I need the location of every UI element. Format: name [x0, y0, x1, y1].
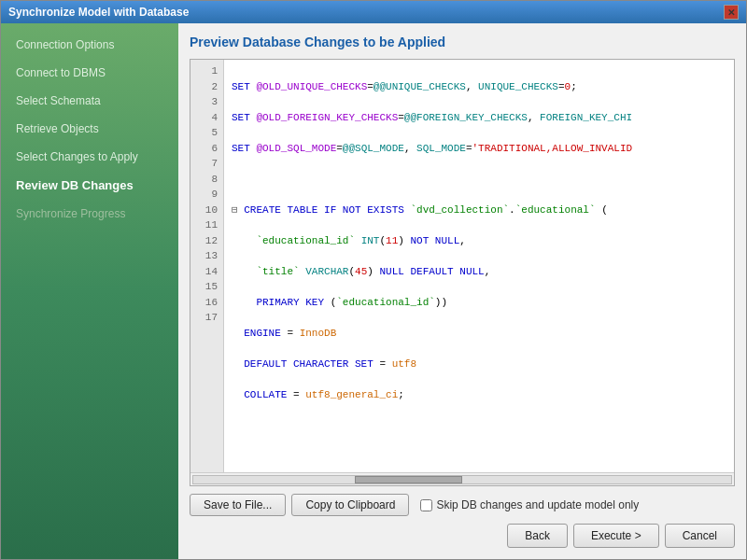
horizontal-scrollbar[interactable]: [192, 475, 732, 484]
code-line-13: [232, 449, 726, 465]
code-line-1: SET @OLD_UNIQUE_CHECKS=@@UNIQUE_CHECKS, …: [232, 79, 726, 95]
sidebar: Connection Options Connect to DBMS Selec…: [1, 23, 178, 559]
code-line-11: COLLATE = utf8_general_ci;: [232, 387, 726, 403]
sidebar-item-select-changes[interactable]: Select Changes to Apply: [1, 143, 178, 171]
code-scroll-area[interactable]: 12345 678910 1112131415 1617 SET @OLD_UN…: [190, 60, 734, 472]
code-container: 12345 678910 1112131415 1617 SET @OLD_UN…: [190, 59, 735, 486]
scrollbar-thumb[interactable]: [355, 476, 462, 483]
code-line-8: PRIMARY KEY (`educational_id`)): [232, 295, 726, 311]
save-to-file-button[interactable]: Save to File...: [190, 494, 286, 516]
main-panel: Preview Database Changes to be Applied 1…: [178, 23, 746, 559]
code-line-5: ⊟ CREATE TABLE IF NOT EXISTS `dvd_collec…: [232, 203, 726, 218]
page-title: Preview Database Changes to be Applied: [190, 35, 735, 49]
code-line-9: ENGINE = InnoDB: [232, 326, 726, 342]
code-line-3: SET @OLD_SQL_MODE=@@SQL_MODE, SQL_MODE='…: [232, 141, 726, 157]
code-content: SET @OLD_UNIQUE_CHECKS=@@UNIQUE_CHECKS, …: [224, 60, 734, 472]
code-line-7: `title` VARCHAR(45) NULL DEFAULT NULL,: [232, 264, 726, 280]
code-line-2: SET @OLD_FOREIGN_KEY_CHECKS=@@FOREIGN_KE…: [232, 110, 726, 126]
content-area: Connection Options Connect to DBMS Selec…: [1, 23, 746, 559]
footer-buttons: Back Execute > Cancel: [190, 524, 735, 548]
sidebar-item-retrieve-objects[interactable]: Retrieve Objects: [1, 115, 178, 143]
horizontal-scrollbar-area: [190, 472, 734, 485]
cancel-button[interactable]: Cancel: [665, 524, 735, 548]
sidebar-item-review-db-changes[interactable]: Review DB Changes: [1, 171, 178, 200]
line-numbers: 12345 678910 1112131415 1617: [190, 60, 224, 472]
sidebar-item-connect-to-dbms[interactable]: Connect to DBMS: [1, 59, 178, 87]
back-button[interactable]: Back: [507, 524, 568, 548]
bottom-buttons: Save to File... Copy to Clipboard Skip D…: [190, 494, 735, 516]
sidebar-item-select-schemata[interactable]: Select Schemata: [1, 87, 178, 115]
code-line-6: `educational_id` INT(11) NOT NULL,: [232, 233, 726, 249]
sidebar-item-synchronize-progress: Synchronize Progress: [1, 200, 178, 228]
skip-changes-label: Skip DB changes and update model only: [420, 498, 639, 511]
window-title: Synchronize Model with Database: [8, 6, 189, 19]
sidebar-item-connection-options[interactable]: Connection Options: [1, 31, 178, 59]
close-button[interactable]: ✕: [724, 5, 739, 20]
title-bar: Synchronize Model with Database ✕: [1, 1, 746, 23]
execute-button[interactable]: Execute >: [573, 524, 659, 548]
code-line-10: DEFAULT CHARACTER SET = utf8: [232, 357, 726, 372]
copy-to-clipboard-button[interactable]: Copy to Clipboard: [291, 494, 409, 516]
skip-changes-checkbox[interactable]: [420, 499, 432, 511]
code-line-12: [232, 418, 726, 434]
main-window: Synchronize Model with Database ✕ Connec…: [0, 0, 747, 560]
code-line-4: [232, 172, 726, 188]
